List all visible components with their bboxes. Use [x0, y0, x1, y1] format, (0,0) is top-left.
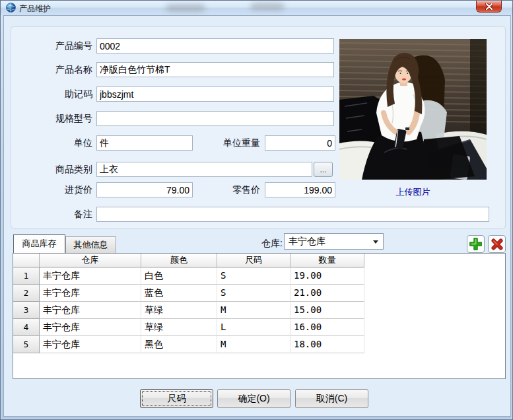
- row-number-cell[interactable]: 1: [13, 267, 40, 285]
- cell-size[interactable]: S: [217, 267, 291, 285]
- cell-color[interactable]: 白色: [141, 267, 217, 285]
- cell-warehouse[interactable]: 丰宁仓库: [40, 319, 141, 336]
- purchase-price-input[interactable]: [96, 182, 193, 197]
- upload-image-link[interactable]: 上传图片: [339, 186, 487, 198]
- category-label: 商品类别: [24, 164, 92, 176]
- grid-header-qty[interactable]: 数量: [291, 254, 364, 267]
- titlebar: 产品维护: [1, 1, 512, 15]
- unit-input[interactable]: [96, 135, 193, 151]
- cell-qty[interactable]: 21.00: [291, 285, 364, 302]
- product-photo: [339, 39, 487, 180]
- category-browse-button[interactable]: ...: [314, 162, 333, 177]
- cell-qty[interactable]: 16.00: [291, 319, 364, 336]
- close-button[interactable]: [476, 1, 502, 13]
- cell-warehouse[interactable]: 丰宁仓库: [40, 336, 141, 353]
- ok-button[interactable]: 确定(O): [217, 389, 291, 408]
- grid-header-warehouse[interactable]: 仓库: [40, 254, 141, 267]
- product-code-input[interactable]: [96, 38, 334, 53]
- tab-product-inventory[interactable]: 商品库存: [13, 234, 65, 253]
- retail-price-input[interactable]: [265, 182, 335, 197]
- background-smudge: [250, 3, 285, 11]
- cell-color[interactable]: 草绿: [141, 319, 217, 336]
- product-name-label: 产品名称: [24, 64, 92, 76]
- green-plus-icon: [469, 238, 482, 250]
- close-x-icon: [485, 3, 493, 10]
- row-number-cell[interactable]: 5: [13, 336, 40, 353]
- inventory-grid: 仓库 颜色 尺码 数量 1 丰宁仓库 白色 S 19.00 2 丰宁仓库 蓝色 …: [13, 253, 506, 379]
- window-title: 产品维护: [19, 3, 51, 15]
- cell-color[interactable]: 草绿: [141, 302, 217, 319]
- mnemonic-code-label: 助记码: [24, 88, 92, 100]
- unit-weight-input[interactable]: [265, 135, 335, 151]
- background-smudge: [166, 4, 205, 12]
- chevron-down-icon: [373, 240, 378, 244]
- remarks-input[interactable]: [96, 207, 489, 222]
- warehouse-selected-value: 丰宁仓库: [289, 236, 325, 246]
- row-number-cell[interactable]: 4: [13, 319, 40, 336]
- unit-label: 单位: [24, 137, 92, 149]
- tab-other-info[interactable]: 其他信息: [65, 236, 116, 253]
- warehouse-select[interactable]: 丰宁仓库: [284, 233, 384, 250]
- purchase-price-label: 进货价: [24, 184, 92, 196]
- unit-weight-label: 单位重量: [202, 137, 260, 149]
- grid-corner-header: [13, 254, 40, 267]
- category-input[interactable]: [96, 162, 312, 177]
- cell-qty[interactable]: 19.00: [291, 267, 364, 285]
- mnemonic-code-input[interactable]: [96, 87, 334, 102]
- client-area: 产品编号 产品名称 助记码 规格型号 单位 单位重量 商品类别 ... 进货价 …: [3, 15, 511, 417]
- spec-model-label: 规格型号: [24, 113, 92, 125]
- spec-model-input[interactable]: [96, 111, 334, 126]
- cell-size[interactable]: L: [217, 319, 291, 336]
- grid-header-color[interactable]: 颜色: [141, 254, 217, 267]
- cell-qty[interactable]: 15.00: [291, 302, 364, 319]
- delete-row-button[interactable]: [488, 235, 506, 253]
- cell-color[interactable]: 蓝色: [141, 285, 217, 302]
- cell-size[interactable]: S: [217, 285, 291, 302]
- cell-warehouse[interactable]: 丰宁仓库: [40, 267, 141, 285]
- cell-color[interactable]: 黑色: [141, 336, 217, 353]
- red-x-icon: [491, 238, 503, 250]
- globe-icon: [6, 3, 16, 13]
- cell-qty[interactable]: 18.00: [291, 336, 364, 353]
- cell-size[interactable]: M: [217, 302, 291, 319]
- cell-warehouse[interactable]: 丰宁仓库: [40, 285, 141, 302]
- row-number-cell[interactable]: 3: [13, 302, 40, 319]
- product-code-label: 产品编号: [24, 40, 92, 52]
- cell-warehouse[interactable]: 丰宁仓库: [40, 302, 141, 319]
- retail-price-label: 零售价: [202, 184, 260, 196]
- warehouse-label: 仓库:: [228, 238, 283, 250]
- row-number-cell[interactable]: 2: [13, 285, 40, 302]
- cell-size[interactable]: M: [217, 336, 291, 353]
- cancel-button[interactable]: 取消(C): [295, 389, 368, 408]
- product-name-input[interactable]: [96, 62, 334, 77]
- add-row-button[interactable]: [467, 235, 485, 253]
- product-maintenance-window: 产品维护 产品编号 产品名称 助记码 规格型号 单位 单位重量 商品类别 ...…: [0, 0, 513, 420]
- grid-header-size[interactable]: 尺码: [217, 254, 291, 267]
- size-button[interactable]: 尺码: [140, 389, 213, 408]
- remarks-label: 备注: [24, 209, 92, 221]
